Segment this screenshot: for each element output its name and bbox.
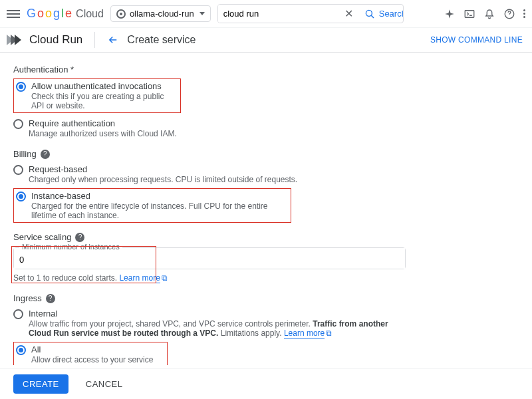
learn-more-link[interactable]: Learn more (284, 329, 325, 338)
gemini-icon[interactable] (444, 8, 456, 20)
min-instances-input[interactable] (14, 248, 405, 269)
create-button[interactable]: CREATE (13, 374, 68, 394)
learn-more-link[interactable]: Learn more (119, 273, 160, 283)
radio-ingress-all[interactable] (16, 345, 26, 355)
divider (94, 32, 95, 48)
project-picker[interactable]: ollama-cloud-run (110, 5, 211, 22)
chevron-down-icon (200, 12, 205, 15)
radio-request-based[interactable] (13, 165, 23, 175)
radio-desc: Charged only when processing requests. C… (29, 175, 297, 184)
radio-allow-unauthenticated[interactable] (16, 82, 26, 92)
show-command-line-link[interactable]: SHOW COMMAND LINE (430, 35, 523, 45)
svg-rect-2 (465, 10, 474, 17)
radio-desc: Check this if you are creating a public … (31, 92, 178, 110)
radio-instance-based[interactable] (16, 192, 26, 201)
search-box: ✕ Search (217, 4, 404, 23)
radio-label: Instance-based (31, 191, 289, 201)
product-name[interactable]: Cloud Run (29, 33, 82, 47)
back-arrow-icon[interactable] (107, 34, 119, 46)
radio-desc: Allow traffic from your project, shared … (29, 319, 401, 338)
project-icon (116, 9, 126, 19)
radio-desc: Allow direct access to your service from… (31, 355, 165, 365)
search-icon (364, 8, 376, 20)
search-button[interactable]: Search (357, 8, 404, 20)
svg-line-1 (371, 15, 374, 18)
project-name: ollama-cloud-run (130, 9, 194, 19)
cancel-button[interactable]: CANCEL (82, 378, 127, 390)
radio-label: Internal (29, 309, 401, 319)
cloud-run-icon (9, 35, 21, 45)
bell-icon[interactable] (483, 8, 495, 20)
ingress-heading: Ingress ? (13, 293, 519, 303)
menu-icon[interactable] (7, 7, 20, 21)
authentication-heading: Authentication * (13, 65, 519, 74)
help-icon[interactable]: ? (41, 150, 50, 159)
radio-label: All (31, 344, 165, 354)
cloud-shell-icon[interactable] (464, 8, 475, 20)
scaling-heading: Service scaling ? (13, 232, 519, 242)
billing-heading: Billing ? (13, 149, 519, 159)
more-icon[interactable] (523, 9, 525, 18)
external-link-icon: ⧉ (326, 329, 332, 338)
help-icon[interactable] (503, 8, 515, 20)
radio-desc: Charged for the entire lifecycle of inst… (31, 201, 289, 220)
help-icon[interactable]: ? (46, 294, 55, 303)
help-icon[interactable]: ? (75, 233, 84, 242)
min-instances-field: Minimum number of instances (13, 247, 406, 269)
radio-desc: Manage authorized users with Cloud IAM. (29, 129, 177, 138)
external-link-icon: ⧉ (162, 273, 168, 283)
search-input[interactable] (218, 5, 340, 23)
field-hint: Set to 1 to reduce cold starts. Learn mo… (13, 273, 406, 283)
clear-icon[interactable]: ✕ (340, 7, 357, 20)
svg-point-0 (366, 10, 372, 16)
page-title: Create service (127, 34, 196, 46)
radio-label: Request-based (29, 164, 297, 174)
radio-ingress-internal[interactable] (13, 309, 23, 319)
google-cloud-logo[interactable]: Google Cloud (27, 7, 104, 21)
radio-require-authentication[interactable] (13, 119, 23, 129)
radio-label: Require authentication (29, 118, 177, 128)
radio-label: Allow unauthenticated invocations (31, 81, 178, 91)
field-label: Minimum number of instances (19, 243, 122, 251)
